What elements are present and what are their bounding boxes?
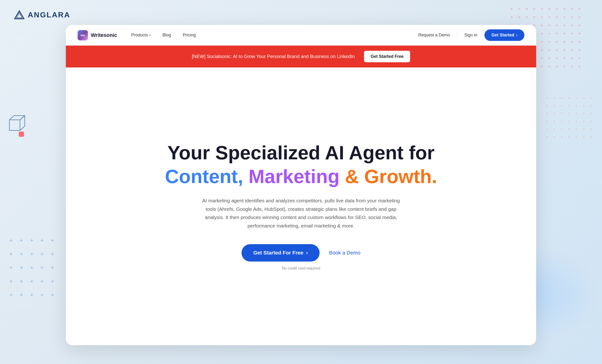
decorative-dot (541, 41, 543, 43)
hero-section: Your Specialized AI Agent for Content, M… (66, 67, 536, 345)
decorative-dot (556, 8, 558, 10)
decorative-dot-sm (554, 113, 555, 114)
book-demo-link[interactable]: Book a Demo (329, 250, 360, 256)
decorative-dot-sm (546, 121, 548, 122)
nav-right: Request a Demo Sign in Get Started › (418, 29, 524, 41)
decorative-dot (548, 41, 550, 43)
plus-sign: + (9, 251, 13, 257)
plus-sign: + (20, 278, 23, 285)
decorative-dot (563, 57, 565, 59)
decorative-dot (518, 8, 520, 10)
decorative-dot (533, 16, 535, 18)
decorative-dot (556, 16, 558, 18)
request-demo-link[interactable]: Request a Demo (418, 33, 450, 38)
hero-ampersand: & (340, 166, 359, 187)
decorative-dot (571, 33, 573, 34)
decorative-dot-sm (583, 121, 585, 122)
decorative-dot-sm (576, 97, 577, 99)
decorative-dot (571, 57, 573, 59)
decorative-dot (548, 33, 550, 34)
decorative-dot (541, 49, 543, 51)
decorative-dot-sm (554, 129, 555, 130)
decorative-dot-sm (576, 105, 577, 106)
plus-sign: + (9, 278, 13, 285)
decorative-dot-sm (583, 97, 585, 99)
decorative-dot (533, 24, 535, 26)
decorative-dot (526, 8, 528, 10)
plus-sign: + (51, 264, 54, 271)
decorative-dot (556, 41, 558, 43)
decorative-dot-sm (546, 113, 548, 114)
plus-sign: + (20, 251, 23, 257)
plus-sign: + (41, 237, 44, 244)
decorative-dot (548, 16, 550, 18)
hero-marketing-word: Marketing (248, 166, 340, 187)
sign-in-link[interactable]: Sign in (464, 33, 477, 38)
plus-sign: + (41, 292, 44, 298)
writesonic-logo: ws Writesonic (78, 30, 117, 41)
decorative-dot-sm (591, 105, 592, 106)
decorative-dot-sm (554, 121, 555, 122)
decorative-dot-sm (561, 129, 562, 130)
plus-sign: + (9, 237, 13, 244)
nav-blog[interactable]: Blog (162, 33, 171, 38)
plus-sign: + (20, 292, 23, 298)
decorative-dot-sm (568, 121, 570, 122)
decorative-dot (571, 24, 573, 26)
decorative-dot (541, 24, 543, 26)
hero-title-line2: Content, Marketing & Growth. (165, 166, 437, 187)
decorative-dot-sm (546, 129, 548, 130)
writesonic-logo-icon: ws (78, 30, 88, 41)
browser-card: ws Writesonic Products ▾ Blog Pricing Re… (66, 25, 536, 345)
decorative-dot (548, 57, 550, 59)
decorative-dot (526, 16, 528, 18)
decorative-dot-sm (561, 97, 562, 99)
decorative-dot (571, 16, 573, 18)
plus-sign: + (51, 278, 54, 285)
decorative-dot (563, 41, 565, 43)
decorative-dot (563, 66, 565, 67)
decorative-dot (541, 33, 543, 34)
decorative-dot (556, 57, 558, 59)
decorative-dot (571, 49, 573, 51)
plus-sign: + (41, 264, 44, 271)
decorative-dot (556, 49, 558, 51)
decorative-dot-sm (568, 136, 570, 138)
get-started-nav-button[interactable]: Get Started › (484, 29, 524, 41)
decorative-dot (563, 24, 565, 26)
decorative-dot (579, 33, 580, 34)
nav-divider (457, 32, 457, 39)
arrow-icon: › (516, 33, 517, 37)
plus-row: + + + + + (9, 264, 54, 271)
decorative-dot (518, 16, 520, 18)
hero-comma (243, 166, 248, 187)
decorative-dot (548, 8, 550, 10)
get-started-hero-button[interactable]: Get Started For Free › (241, 244, 320, 261)
decorative-dot (579, 24, 580, 26)
plus-row: + + + + + (9, 278, 54, 285)
plus-sign: + (41, 251, 44, 257)
3d-box-icon (5, 113, 28, 136)
decorative-dot-sm (583, 136, 585, 138)
plus-row: + + + + + (9, 292, 54, 298)
plus-sign: + (30, 292, 33, 298)
plus-sign: + (20, 264, 23, 271)
arrow-icon: › (306, 250, 308, 256)
nav-pricing[interactable]: Pricing (183, 33, 196, 38)
nav-products[interactable]: Products ▾ (131, 33, 151, 38)
decorative-dot-sm (576, 129, 577, 130)
decorative-dot-sm (591, 129, 592, 130)
decorative-dot (579, 57, 580, 59)
decorative-dot-sm (568, 105, 570, 106)
hero-content-word: Content, (165, 166, 243, 187)
announcement-banner: [NEW] Socialsonic: AI to Grow Your Perso… (66, 46, 536, 67)
plus-sign: + (20, 237, 23, 244)
banner-get-started-button[interactable]: Get Started Free (364, 51, 410, 62)
chevron-down-icon: ▾ (149, 34, 151, 37)
decorative-dot (533, 8, 535, 10)
decorative-dot-sm (554, 105, 555, 106)
decorative-dot (541, 16, 543, 18)
decorative-dot-sm (576, 121, 577, 122)
decorative-dot (541, 66, 543, 67)
plus-sign: + (30, 251, 33, 257)
